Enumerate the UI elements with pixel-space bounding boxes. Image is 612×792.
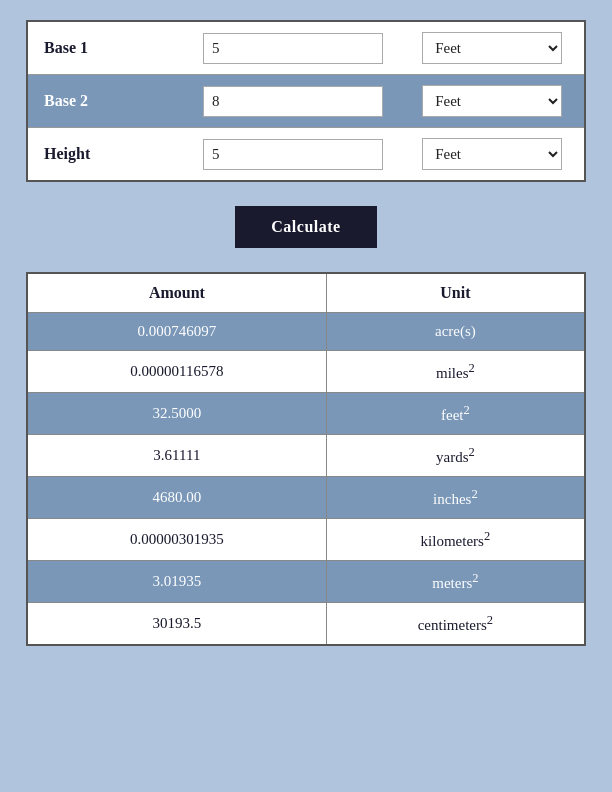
input-label-base1: Base 1 bbox=[27, 21, 187, 75]
result-amount-3: 3.61111 bbox=[27, 435, 326, 477]
result-unit-0: acre(s) bbox=[326, 313, 585, 351]
col-header-unit: Unit bbox=[326, 273, 585, 313]
input-field-base1[interactable] bbox=[203, 33, 383, 64]
result-unit-6: meters2 bbox=[326, 561, 585, 603]
input-table: Base 1FeetYardsInchesMilesKilometersMete… bbox=[26, 20, 586, 182]
result-amount-4: 4680.00 bbox=[27, 477, 326, 519]
col-header-amount: Amount bbox=[27, 273, 326, 313]
result-amount-1: 0.00000116578 bbox=[27, 351, 326, 393]
page-container: Base 1FeetYardsInchesMilesKilometersMete… bbox=[20, 20, 592, 646]
result-unit-7: centimeters2 bbox=[326, 603, 585, 646]
result-unit-4: inches2 bbox=[326, 477, 585, 519]
unit-select-base1[interactable]: FeetYardsInchesMilesKilometersMetersCent… bbox=[422, 32, 562, 64]
calculate-button[interactable]: Calculate bbox=[235, 206, 376, 248]
result-amount-6: 3.01935 bbox=[27, 561, 326, 603]
input-label-height: Height bbox=[27, 128, 187, 182]
result-unit-2: feet2 bbox=[326, 393, 585, 435]
input-label-base2: Base 2 bbox=[27, 75, 187, 128]
results-table: Amount Unit 0.000746097acre(s)0.00000116… bbox=[26, 272, 586, 646]
input-field-base2[interactable] bbox=[203, 86, 383, 117]
result-amount-2: 32.5000 bbox=[27, 393, 326, 435]
unit-select-base2[interactable]: FeetYardsInchesMilesKilometersMetersCent… bbox=[422, 85, 562, 117]
result-amount-7: 30193.5 bbox=[27, 603, 326, 646]
result-amount-0: 0.000746097 bbox=[27, 313, 326, 351]
input-field-height[interactable] bbox=[203, 139, 383, 170]
result-unit-1: miles2 bbox=[326, 351, 585, 393]
result-amount-5: 0.00000301935 bbox=[27, 519, 326, 561]
result-unit-5: kilometers2 bbox=[326, 519, 585, 561]
result-unit-3: yards2 bbox=[326, 435, 585, 477]
unit-select-height[interactable]: FeetYardsInchesMilesKilometersMetersCent… bbox=[422, 138, 562, 170]
